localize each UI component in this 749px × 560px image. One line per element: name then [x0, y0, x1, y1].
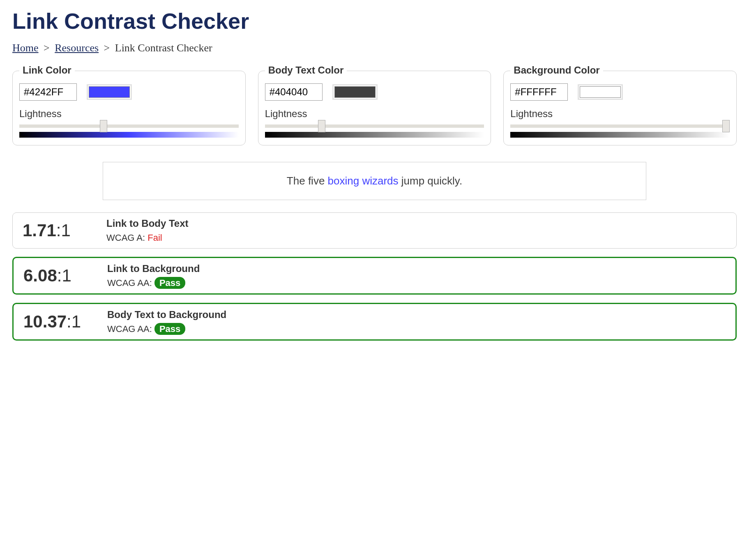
- breadcrumb-separator: >: [44, 42, 50, 54]
- link-color-swatch-button[interactable]: [87, 84, 132, 100]
- result-card: 6.08:1Link to BackgroundWCAG AA: Pass: [12, 257, 737, 295]
- contrast-ratio-suffix: :1: [56, 221, 71, 240]
- link-color-legend: Link Color: [19, 65, 75, 76]
- result-title: Link to Body Text: [106, 218, 726, 229]
- body-text-color-legend: Body Text Color: [265, 65, 347, 76]
- sample-text-before: The five: [287, 175, 328, 187]
- contrast-ratio-suffix: :1: [67, 312, 81, 331]
- contrast-ratio: 6.08:1: [23, 266, 93, 286]
- body-text-color-hex-input[interactable]: [265, 83, 323, 101]
- link-color-swatch: [89, 86, 130, 98]
- result-details: Body Text to BackgroundWCAG AA: Pass: [107, 309, 726, 334]
- result-status: WCAG A: Fail: [106, 233, 726, 243]
- contrast-ratio-value: 10.37: [23, 312, 67, 331]
- link-color-hex-input[interactable]: [19, 83, 77, 101]
- background-color-panel: Background Color Lightness: [503, 71, 737, 145]
- body-text-color-swatch-button[interactable]: [332, 84, 378, 100]
- contrast-ratio-value: 1.71: [23, 221, 56, 240]
- result-title: Body Text to Background: [107, 309, 726, 320]
- background-color-legend: Background Color: [510, 65, 603, 76]
- body-lightness-gradient: [265, 132, 484, 138]
- contrast-ratio: 1.71:1: [23, 221, 92, 240]
- link-color-panel: Link Color Lightness: [12, 71, 246, 145]
- result-details: Link to BackgroundWCAG AA: Pass: [107, 263, 726, 288]
- breadcrumb: Home > Resources > Link Contrast Checker: [12, 42, 737, 54]
- sample-link-text: boxing wizards: [328, 175, 399, 187]
- result-card: 10.37:1Body Text to BackgroundWCAG AA: P…: [12, 303, 737, 341]
- link-lightness-gradient: [19, 132, 239, 138]
- bg-lightness-slider[interactable]: [510, 124, 730, 128]
- sample-text-after: jump quickly.: [399, 175, 463, 187]
- breadcrumb-current: Link Contrast Checker: [115, 42, 212, 54]
- results-list: 1.71:1Link to Body TextWCAG A: Fail6.08:…: [12, 212, 737, 341]
- background-color-swatch-button[interactable]: [578, 84, 623, 100]
- fail-text: Fail: [147, 233, 162, 243]
- wcag-level-label: WCAG AA:: [107, 324, 154, 334]
- result-card: 1.71:1Link to Body TextWCAG A: Fail: [12, 212, 737, 249]
- bg-lightness-label: Lightness: [510, 108, 730, 120]
- contrast-ratio: 10.37:1: [23, 312, 93, 332]
- body-lightness-label: Lightness: [265, 108, 484, 120]
- body-text-color-panel: Body Text Color Lightness: [258, 71, 491, 145]
- link-lightness-slider[interactable]: [19, 124, 239, 128]
- breadcrumb-separator: >: [104, 42, 110, 54]
- pass-badge: Pass: [154, 323, 185, 335]
- contrast-ratio-value: 6.08: [23, 266, 57, 285]
- sample-text-box: The five boxing wizards jump quickly.: [103, 162, 646, 200]
- wcag-level-label: WCAG AA:: [107, 278, 154, 288]
- result-title: Link to Background: [107, 263, 726, 274]
- page-title: Link Contrast Checker: [12, 8, 737, 34]
- background-color-swatch: [580, 86, 621, 98]
- color-panels-row: Link Color Lightness Body Text Color Lig…: [12, 71, 737, 145]
- bg-lightness-gradient: [510, 132, 730, 138]
- wcag-level-label: WCAG A:: [106, 233, 147, 243]
- body-lightness-slider[interactable]: [265, 124, 484, 128]
- result-status: WCAG AA: Pass: [107, 324, 726, 334]
- result-details: Link to Body TextWCAG A: Fail: [106, 218, 726, 243]
- result-status: WCAG AA: Pass: [107, 278, 726, 288]
- contrast-ratio-suffix: :1: [57, 266, 71, 285]
- background-color-hex-input[interactable]: [510, 83, 568, 101]
- breadcrumb-home-link[interactable]: Home: [12, 42, 39, 54]
- pass-badge: Pass: [154, 277, 185, 289]
- breadcrumb-resources-link[interactable]: Resources: [55, 42, 99, 54]
- body-text-color-swatch: [334, 86, 376, 98]
- link-lightness-label: Lightness: [19, 108, 239, 120]
